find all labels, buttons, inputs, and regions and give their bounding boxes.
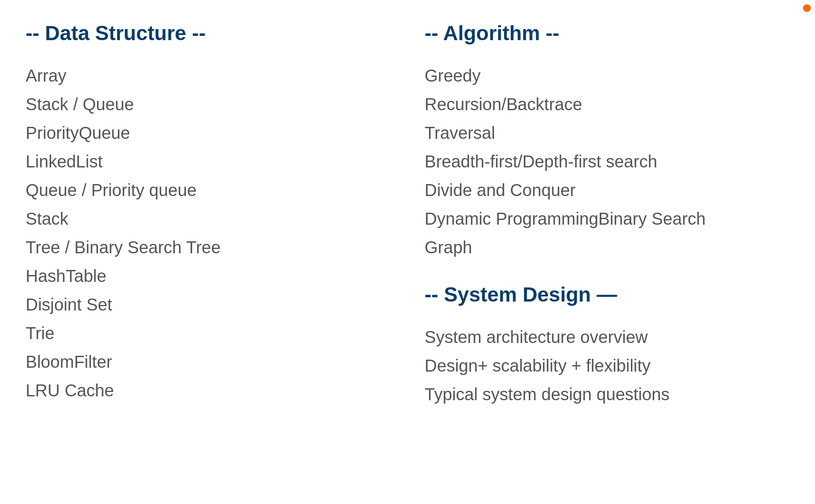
list-item: Dynamic ProgrammingBinary Search: [425, 209, 789, 229]
data-structure-column: -- Data Structure -- ArrayStack / QueueP…: [26, 17, 390, 413]
list-item: Traversal: [425, 123, 789, 143]
list-item: Tree / Binary Search Tree: [26, 238, 390, 257]
list-item: Design+ scalability + flexibility: [425, 356, 789, 375]
list-item: LinkedList: [26, 152, 390, 171]
list-item: Trie: [26, 324, 390, 343]
algorithm-section: -- Algorithm -- GreedyRecursion/Backtrac…: [425, 21, 789, 257]
list-item: Queue / Priority queue: [26, 181, 390, 200]
list-item: Disjoint Set: [26, 295, 390, 314]
right-column: -- Algorithm -- GreedyRecursion/Backtrac…: [425, 17, 789, 413]
list-item: System architecture overview: [425, 328, 789, 347]
list-item: Array: [26, 66, 390, 85]
list-item: Graph: [425, 238, 789, 257]
data-structure-list: ArrayStack / QueuePriorityQueueLinkedLis…: [26, 66, 390, 400]
system-design-header: -- System Design —: [425, 283, 789, 306]
main-grid: -- Data Structure -- ArrayStack / QueueP…: [26, 17, 789, 413]
list-item: HashTable: [26, 267, 390, 286]
list-item: BloomFilter: [26, 352, 390, 372]
data-structure-header: -- Data Structure --: [26, 21, 390, 45]
list-item: Typical system design questions: [425, 385, 789, 404]
list-item: Greedy: [425, 66, 789, 85]
list-item: Breadth-first/Depth-first search: [425, 152, 789, 171]
list-item: Divide and Conquer: [425, 181, 789, 200]
list-item: LRU Cache: [26, 381, 390, 400]
list-item: Recursion/Backtrace: [425, 95, 789, 114]
list-item: PriorityQueue: [26, 123, 390, 143]
system-design-section: -- System Design — System architecture o…: [425, 283, 789, 404]
list-item: Stack / Queue: [26, 95, 390, 114]
corner-indicator: [803, 4, 811, 12]
list-item: Stack: [26, 209, 390, 229]
algorithm-list: GreedyRecursion/BacktraceTraversalBreadt…: [425, 66, 789, 257]
algorithm-header: -- Algorithm --: [425, 21, 789, 45]
system-design-list: System architecture overviewDesign+ scal…: [425, 328, 789, 404]
